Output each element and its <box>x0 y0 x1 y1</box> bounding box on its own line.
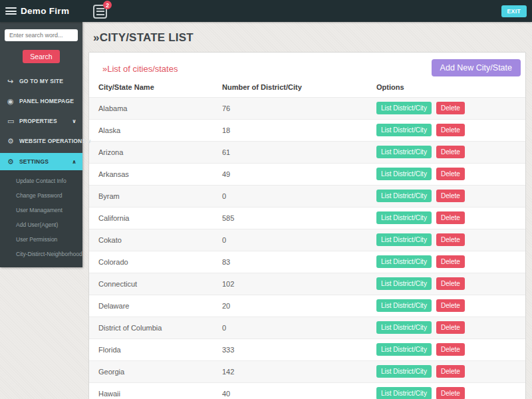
sidebar-item[interactable]: ↪ GO TO MY SITE <box>0 71 82 91</box>
list-district-city-button[interactable]: List District/City <box>376 255 432 268</box>
notification-badge: 2 <box>103 1 112 9</box>
sidebar-item-label: SETTINGS <box>19 158 49 165</box>
cell-state-name: District of Columbia <box>89 317 222 339</box>
list-district-city-button[interactable]: List District/City <box>376 124 432 136</box>
exit-button[interactable]: EXIT <box>501 5 527 17</box>
settings-submenu-item[interactable]: City-Distirct-Neighborhood <box>0 247 82 261</box>
city-state-table: City/State Name Number of District/City … <box>89 82 525 399</box>
dashboard-icon: ◉ <box>7 97 19 106</box>
delete-button[interactable]: Delete <box>436 211 465 224</box>
sidebar-search: Search <box>0 22 82 63</box>
chevron-icon: ∧ <box>70 159 76 165</box>
settings-submenu-item[interactable]: Add User(Agent) <box>0 217 82 232</box>
cell-state-name: Cokato <box>89 229 222 251</box>
list-district-city-button[interactable]: List District/City <box>376 321 432 334</box>
sidebar-item[interactable]: ⚙ SETTINGS ∧ <box>0 153 82 170</box>
monitor-icon: ▭ <box>7 117 19 126</box>
list-district-city-button[interactable]: List District/City <box>376 365 432 378</box>
cell-district-count: 18 <box>222 120 376 142</box>
sidebar-item[interactable]: ◉ PANEL HOMEPAGE <box>0 91 82 111</box>
cell-state-name: Byram <box>89 186 222 207</box>
sidebar-item-label: GO TO MY SITE <box>19 78 63 84</box>
sidebar-item-label: WEBSITE OPERATIONS <box>19 138 86 144</box>
settings-submenu: Update Contact Info Change Password User… <box>0 170 82 267</box>
list-district-city-button[interactable]: List District/City <box>376 211 432 224</box>
column-header-districts: Number of District/City <box>222 82 376 98</box>
delete-button[interactable]: Delete <box>436 190 465 202</box>
chevron-icon: ∨ <box>70 118 76 124</box>
cell-state-name: Connecticut <box>89 273 222 295</box>
table-row: Arizona 61 List District/City Delete <box>89 142 525 164</box>
list-district-city-button[interactable]: List District/City <box>376 233 432 246</box>
add-new-city-state-button[interactable]: Add New City/State <box>432 59 521 76</box>
page-title: »CITY/STATE LIST <box>93 31 532 45</box>
sidebar-item[interactable]: ⚙ WEBSITE OPERATIONS ∨ <box>0 131 82 151</box>
delete-button[interactable]: Delete <box>436 387 465 399</box>
cell-district-count: 0 <box>222 186 376 207</box>
table-row: Colorado 83 List District/City Delete <box>89 251 525 273</box>
delete-button[interactable]: Delete <box>436 299 465 312</box>
cell-district-count: 20 <box>222 295 376 317</box>
hamburger-menu-icon[interactable] <box>5 7 17 15</box>
list-district-city-button[interactable]: List District/City <box>376 146 432 158</box>
delete-button[interactable]: Delete <box>436 168 465 180</box>
table-row: Delaware 20 List District/City Delete <box>89 295 525 317</box>
settings-submenu-item[interactable]: User Permission <box>0 232 82 247</box>
sidebar-nav: ↪ GO TO MY SITE ◉ PANEL HOMEPAGE ▭ PROPE… <box>0 71 82 170</box>
delete-button[interactable]: Delete <box>436 124 465 136</box>
table-row: Alabama 76 List District/City Delete <box>89 98 525 120</box>
cell-district-count: 0 <box>222 317 376 339</box>
list-district-city-button[interactable]: List District/City <box>376 387 432 399</box>
cell-state-name: Arizona <box>89 142 222 164</box>
cell-state-name: Delaware <box>89 295 222 317</box>
table-row: Byram 0 List District/City Delete <box>89 186 525 207</box>
table-row: California 585 List District/City Delete <box>89 207 525 229</box>
delete-button[interactable]: Delete <box>436 102 465 114</box>
sidebar-item[interactable]: ▭ PROPERTIES ∨ <box>0 111 82 131</box>
settings-submenu-item[interactable]: Update Contact Info <box>0 174 82 188</box>
brand-title: Demo Firm <box>21 6 69 16</box>
table-row: Georgia 142 List District/City Delete <box>89 361 525 383</box>
list-district-city-button[interactable]: List District/City <box>376 299 432 312</box>
delete-button[interactable]: Delete <box>436 255 465 268</box>
cell-district-count: 83 <box>222 251 376 273</box>
cell-district-count: 102 <box>222 273 376 295</box>
list-district-city-button[interactable]: List District/City <box>376 277 432 290</box>
table-row: Cokato 0 List District/City Delete <box>89 229 525 251</box>
cell-state-name: Florida <box>89 339 222 361</box>
cell-state-name: Georgia <box>89 361 222 383</box>
cell-state-name: Colorado <box>89 251 222 273</box>
table-row: Arkansas 49 List District/City Delete <box>89 164 525 186</box>
delete-button[interactable]: Delete <box>436 233 465 246</box>
settings-submenu-item[interactable]: Change Password <box>0 188 82 203</box>
gears-icon: ⚙ <box>7 137 19 146</box>
table-row: Hawaii 40 List District/City Delete <box>89 383 525 399</box>
list-district-city-button[interactable]: List District/City <box>376 102 432 114</box>
cell-district-count: 76 <box>222 98 376 120</box>
delete-button[interactable]: Delete <box>436 365 465 378</box>
cell-district-count: 0 <box>222 229 376 251</box>
city-state-panel: »List of cities/states Add New City/Stat… <box>88 52 526 399</box>
list-district-city-button[interactable]: List District/City <box>376 168 432 180</box>
list-district-city-button[interactable]: List District/City <box>376 343 432 356</box>
share-icon: ↪ <box>7 77 19 86</box>
settings-submenu-item[interactable]: User Managament <box>0 203 82 217</box>
table-row: Alaska 18 List District/City Delete <box>89 120 525 142</box>
cell-state-name: Arkansas <box>89 164 222 186</box>
delete-button[interactable]: Delete <box>436 146 465 158</box>
delete-button[interactable]: Delete <box>436 277 465 290</box>
top-bar: Demo Firm 2 EXIT <box>0 0 532 22</box>
sidebar: Search ↪ GO TO MY SITE ◉ PANEL HOMEPAGE … <box>0 22 82 267</box>
cell-state-name: Alaska <box>89 120 222 142</box>
cell-district-count: 585 <box>222 207 376 229</box>
chevron-icon: ∨ <box>86 138 92 144</box>
list-district-city-button[interactable]: List District/City <box>376 190 432 202</box>
table-row: Florida 333 List District/City Delete <box>89 339 525 361</box>
delete-button[interactable]: Delete <box>436 343 465 356</box>
cell-district-count: 40 <box>222 383 376 399</box>
search-input[interactable] <box>5 29 78 41</box>
delete-button[interactable]: Delete <box>436 321 465 334</box>
search-button[interactable]: Search <box>23 50 59 63</box>
column-header-name: City/State Name <box>89 82 222 98</box>
cell-district-count: 61 <box>222 142 376 164</box>
